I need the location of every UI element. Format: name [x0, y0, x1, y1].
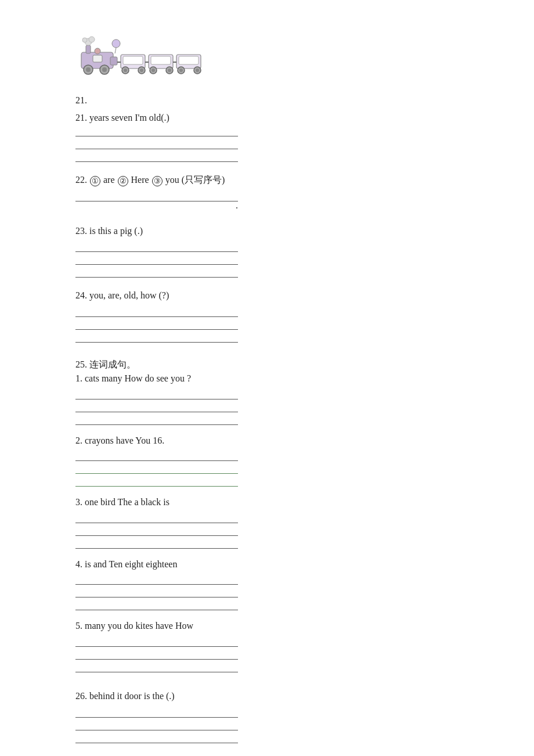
- q21-answer-lines: [75, 125, 238, 162]
- sub-q5-lines: [75, 635, 238, 672]
- answer-line: [75, 240, 238, 252]
- q22-answer-lines: .: [75, 190, 238, 211]
- svg-point-32: [95, 48, 100, 54]
- svg-rect-19: [151, 56, 171, 64]
- sub-q5: 5. many you do kites have How: [75, 618, 459, 672]
- page: 21. 21. years seven I'm old(.) 22. ① are…: [0, 0, 534, 756]
- answer-line: [75, 125, 238, 136]
- svg-rect-1: [110, 57, 117, 65]
- sub-q1-text: 1. cats many How do see you ?: [75, 371, 459, 386]
- svg-point-30: [196, 69, 199, 72]
- svg-point-23: [168, 69, 171, 72]
- svg-rect-2: [86, 45, 91, 53]
- svg-point-8: [86, 67, 91, 72]
- svg-point-10: [102, 67, 107, 72]
- answer-line: [75, 318, 238, 330]
- svg-point-21: [151, 69, 155, 72]
- question-22: 22. ① are ② Here ③ you (只写序号) .: [75, 172, 459, 211]
- question-21: 21. 21. years seven I'm old(.): [75, 93, 459, 162]
- q24-content: 24. you, are, old, how (?): [75, 288, 459, 303]
- answer-line: [75, 599, 238, 610]
- sub-q2-lines: [75, 449, 238, 487]
- sub-q1-lines: [75, 388, 238, 425]
- question-24: 24. you, are, old, how (?): [75, 288, 459, 343]
- sub-q4-lines: [75, 573, 238, 610]
- question-26: 26. behind it door is the (.): [75, 689, 459, 743]
- q21-text: 21.: [75, 93, 459, 108]
- sub-q5-text: 5. many you do kites have How: [75, 618, 459, 633]
- answer-line: [75, 413, 238, 425]
- answer-line: [75, 719, 238, 730]
- svg-rect-26: [179, 56, 199, 64]
- answer-line: [75, 732, 238, 743]
- circle-2: ②: [118, 176, 128, 186]
- answer-line: [75, 449, 238, 461]
- answer-line: [75, 150, 238, 162]
- circle-1: ①: [90, 176, 100, 186]
- answer-line: [75, 706, 238, 718]
- svg-point-28: [179, 69, 183, 72]
- sub-q1: 1. cats many How do see you ?: [75, 371, 459, 425]
- question-27: 27. brother My is policeman a(.): [75, 754, 459, 756]
- answer-line: [75, 512, 238, 523]
- q27-content: 27. brother My is policeman a(.): [75, 754, 459, 756]
- answer-line: [75, 305, 238, 317]
- answer-line: [75, 537, 238, 549]
- answer-line: [75, 573, 238, 585]
- svg-point-4: [82, 38, 87, 42]
- q26-answer-lines: [75, 706, 238, 743]
- answer-line: [75, 462, 238, 474]
- section-25: 25. 连词成句。 1. cats many How do see you ? …: [75, 359, 459, 672]
- sub-q3-lines: [75, 512, 238, 549]
- svg-point-5: [89, 37, 95, 42]
- svg-point-14: [124, 69, 127, 72]
- q21-content: 21. years seven I'm old(.): [75, 113, 169, 123]
- q22-content: 22. ① are ② Here ③ you (只写序号): [75, 172, 459, 188]
- answer-line: [75, 661, 238, 672]
- q23-content: 23. is this a pig (.): [75, 224, 459, 239]
- circle-3: ③: [152, 176, 163, 186]
- answer-line: [75, 388, 238, 399]
- answer-line: [75, 635, 238, 647]
- answer-line: [75, 331, 238, 343]
- q26-content: 26. behind it door is the (.): [75, 689, 459, 704]
- svg-rect-12: [123, 56, 143, 64]
- answer-line: [75, 253, 238, 265]
- svg-point-16: [140, 69, 143, 72]
- train-illustration: [75, 35, 215, 75]
- answer-line: [75, 475, 238, 487]
- answer-line: [75, 190, 238, 201]
- answer-line: [75, 586, 238, 597]
- answer-line: [75, 138, 238, 149]
- q22-dot: .: [75, 200, 238, 211]
- answer-line: [75, 524, 238, 536]
- sub-q4-text: 4. is and Ten eight eighteen: [75, 557, 459, 572]
- sub-q3-text: 3. one bird The a black is: [75, 495, 459, 510]
- answer-line: [75, 266, 238, 278]
- sub-q4: 4. is and Ten eight eighteen: [75, 557, 459, 611]
- section-25-title: 25. 连词成句。: [75, 359, 136, 369]
- sub-q3: 3. one bird The a black is: [75, 495, 459, 549]
- answer-line: [75, 401, 238, 412]
- q23-answer-lines: [75, 240, 238, 278]
- sub-q2-text: 2. crayons have You 16.: [75, 433, 459, 448]
- svg-line-34: [115, 48, 116, 53]
- svg-rect-6: [93, 55, 102, 62]
- question-23: 23. is this a pig (.): [75, 224, 459, 278]
- svg-point-33: [112, 39, 120, 48]
- sub-q2: 2. crayons have You 16.: [75, 433, 459, 487]
- q24-answer-lines: [75, 305, 238, 343]
- answer-line: [75, 648, 238, 660]
